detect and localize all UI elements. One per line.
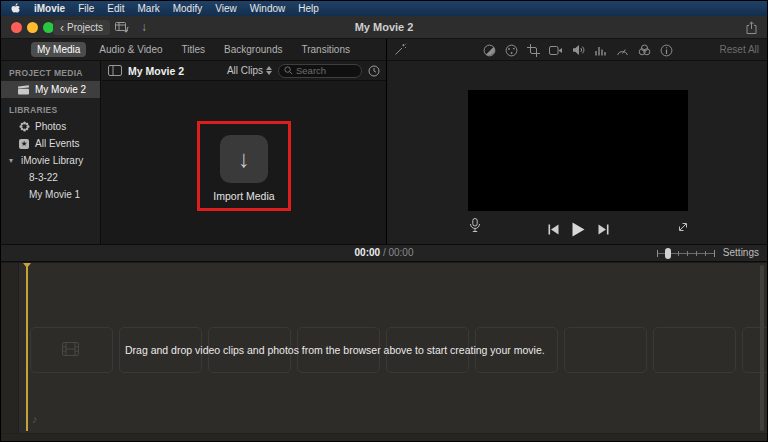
import-media-annotation-box: ↓ Import Media xyxy=(197,121,291,211)
browser-title: My Movie 2 xyxy=(128,65,184,77)
menu-edit[interactable]: Edit xyxy=(107,1,124,16)
stabilization-camera-icon[interactable] xyxy=(549,45,563,56)
up-down-arrows-icon xyxy=(266,66,272,75)
color-correction-palette-icon[interactable] xyxy=(505,44,518,57)
fullscreen-icon[interactable] xyxy=(677,221,689,233)
clip-placeholder xyxy=(653,327,736,373)
clip-filter-circles-icon[interactable] xyxy=(638,44,651,56)
info-icon[interactable] xyxy=(660,44,673,57)
film-strip-icon xyxy=(62,342,79,356)
timeline-toolbar: 00:00 / 00:00 Settings xyxy=(1,244,767,262)
import-arrow-icon[interactable]: ↓ xyxy=(141,20,147,34)
clip-duration-clock-icon[interactable] xyxy=(368,65,380,77)
zoom-slider-thumb[interactable] xyxy=(665,248,671,259)
menu-file[interactable]: File xyxy=(78,1,94,16)
menu-mark[interactable]: Mark xyxy=(137,1,159,16)
timeline-horizontal-scrollbar[interactable] xyxy=(1,433,767,442)
menu-help[interactable]: Help xyxy=(298,1,319,16)
menu-bar: iMovie File Edit Mark Modify View Window… xyxy=(1,1,767,16)
tab-titles[interactable]: Titles xyxy=(176,42,212,57)
project-media-header: PROJECT MEDIA xyxy=(9,68,100,78)
playhead[interactable] xyxy=(26,263,28,431)
speed-gauge-icon[interactable] xyxy=(616,45,629,56)
timeline-vertical-scrollbar[interactable] xyxy=(760,265,764,431)
disclosure-down-icon[interactable]: ▾ xyxy=(6,156,16,165)
sidebar-item-photos[interactable]: Photos xyxy=(1,118,100,135)
adjustment-icons xyxy=(457,39,699,61)
timeline-left-gutter xyxy=(1,263,19,442)
media-browser-icon[interactable] xyxy=(115,22,129,33)
imovie-window: iMovie File Edit Mark Modify View Window… xyxy=(0,0,768,442)
timeline-zoom-slider[interactable] xyxy=(657,248,715,259)
volume-speaker-icon[interactable] xyxy=(572,44,585,56)
sidebar-item-imovie-library[interactable]: ▾ iMovie Library xyxy=(1,152,100,169)
viewer-preview xyxy=(468,90,688,211)
sidebar-toggle-icon[interactable] xyxy=(108,65,122,76)
timecode-separator: / xyxy=(383,247,386,258)
all-events-star-icon: ★ xyxy=(18,139,30,149)
sidebar-item-label: My Movie 1 xyxy=(29,189,80,200)
import-media-button[interactable]: ↓ xyxy=(220,135,268,183)
timeline[interactable]: Drag and drop video clips and photos fro… xyxy=(1,263,767,442)
tab-transitions[interactable]: Transitions xyxy=(295,42,356,57)
search-input[interactable] xyxy=(296,65,356,76)
tab-audio-video[interactable]: Audio & Video xyxy=(93,42,168,57)
menu-modify[interactable]: Modify xyxy=(173,1,202,16)
sidebar-item-label: iMovie Library xyxy=(21,155,83,166)
menu-imovie[interactable]: iMovie xyxy=(34,1,65,16)
reset-all-button[interactable]: Reset All xyxy=(720,39,759,60)
apple-menu[interactable] xyxy=(11,3,21,15)
sidebar-item-label: Photos xyxy=(35,121,66,132)
crop-icon[interactable] xyxy=(527,44,540,57)
search-icon xyxy=(284,66,293,75)
sidebar-item-all-events[interactable]: ★ All Events xyxy=(1,135,100,152)
chevron-left-icon: ‹ xyxy=(60,23,64,33)
sidebar-item-label: My Movie 2 xyxy=(35,84,86,95)
all-clips-label: All Clips xyxy=(227,65,263,76)
next-frame-button[interactable] xyxy=(598,224,609,235)
back-to-projects-button[interactable]: ‹ Projects xyxy=(53,20,110,35)
media-browser-content: ↓ Import Media xyxy=(102,82,386,244)
library-sidebar: PROJECT MEDIA My Movie 2 LIBRARIES Photo… xyxy=(1,61,101,244)
play-button[interactable] xyxy=(572,222,585,237)
clapperboard-icon xyxy=(18,85,30,95)
import-media-label: Import Media xyxy=(213,190,274,202)
enhance-wand-icon[interactable] xyxy=(394,43,407,56)
media-tab-bar: My Media Audio & Video Titles Background… xyxy=(1,39,386,61)
menu-view[interactable]: View xyxy=(215,1,237,16)
title-bar: My Movie 2 ‹ Projects ↓ xyxy=(1,16,767,39)
timeline-settings-button[interactable]: Settings xyxy=(723,245,759,261)
sidebar-item-label: All Events xyxy=(35,138,79,149)
viewer-toolbar: Reset All xyxy=(387,39,768,61)
clip-placeholder xyxy=(564,327,647,373)
all-clips-filter-dropdown[interactable]: All Clips xyxy=(227,65,272,76)
viewer-panel xyxy=(387,61,768,244)
libraries-header: LIBRARIES xyxy=(9,105,100,115)
menu-window[interactable]: Window xyxy=(250,1,286,16)
timecode: 00:00 / 00:00 xyxy=(1,245,767,261)
tab-my-media[interactable]: My Media xyxy=(31,42,86,57)
current-time: 00:00 xyxy=(355,247,381,258)
photos-flower-icon xyxy=(18,121,30,132)
search-box xyxy=(278,64,362,78)
noise-reduction-bars-icon[interactable] xyxy=(594,45,607,56)
transport-controls xyxy=(387,222,768,237)
timeline-empty-message: Drag and drop video clips and photos fro… xyxy=(125,327,545,373)
color-balance-icon[interactable] xyxy=(483,44,496,57)
sidebar-item-label: 8-3-22 xyxy=(29,172,58,183)
sidebar-item-8-3-22[interactable]: 8-3-22 xyxy=(1,169,100,186)
sidebar-item-my-movie-2[interactable]: My Movie 2 xyxy=(1,81,100,98)
previous-frame-button[interactable] xyxy=(548,224,559,235)
download-arrow-icon: ↓ xyxy=(238,145,250,172)
media-browser-header: My Movie 2 All Clips xyxy=(102,61,386,81)
sidebar-item-my-movie-1[interactable]: My Movie 1 xyxy=(1,186,100,203)
tab-backgrounds[interactable]: Backgrounds xyxy=(218,42,288,57)
share-icon[interactable] xyxy=(746,21,757,34)
apple-icon xyxy=(11,3,21,15)
total-time: 00:00 xyxy=(388,247,413,258)
music-note-icon: ♪ xyxy=(32,413,38,425)
projects-label: Projects xyxy=(67,22,103,33)
